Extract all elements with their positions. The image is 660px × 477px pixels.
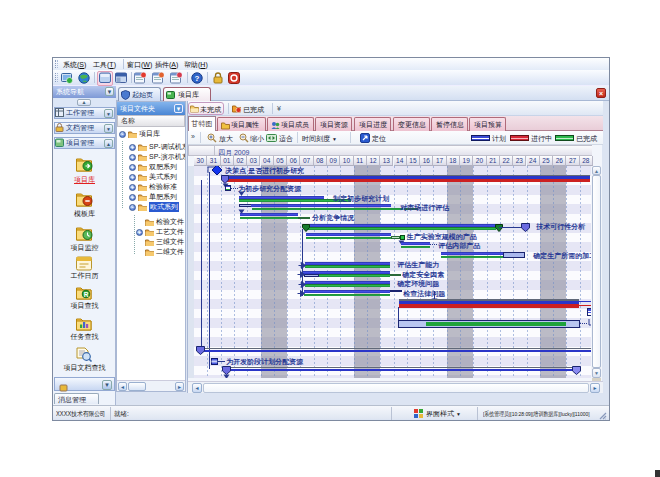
svg-text:R: R: [84, 291, 89, 298]
svg-text:?: ?: [195, 74, 200, 83]
